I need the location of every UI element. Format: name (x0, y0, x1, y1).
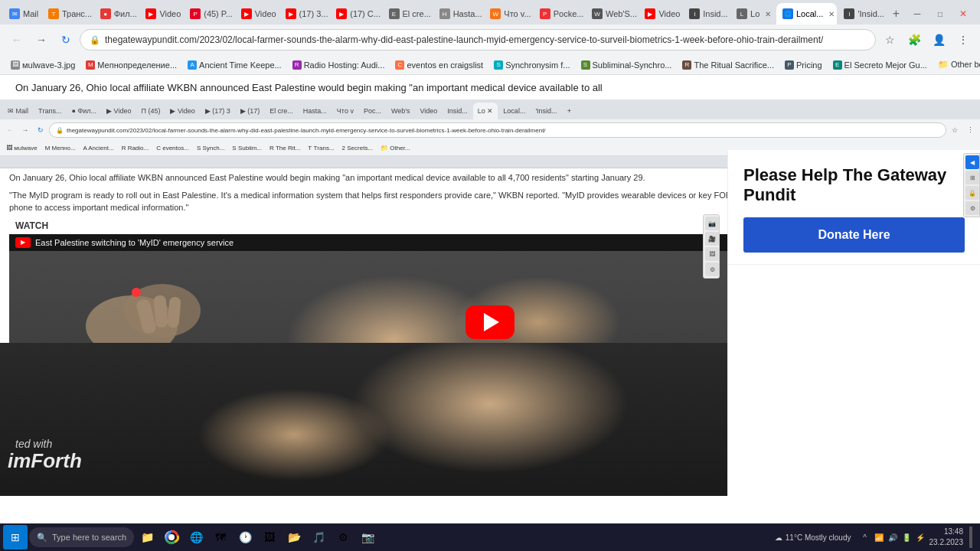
tab-yt2[interactable]: ▶ (17) 3... (279, 3, 330, 24)
bookmark-6[interactable]: S Subliminal-Synchro... (577, 59, 677, 71)
tray-battery[interactable]: 🔋 (900, 531, 913, 543)
inner-forward[interactable]: → (18, 123, 32, 137)
tab-poc[interactable]: P Pockе... (534, 3, 585, 24)
inner-bm5[interactable]: S Synch... (194, 144, 227, 152)
inner-tab-insid2[interactable]: 'Insid... (531, 103, 561, 119)
new-tab-button[interactable]: + (887, 3, 906, 24)
tab-active[interactable]: 🌐 Local... ✕ (776, 3, 838, 24)
bookmark-star-button[interactable]: ☆ (879, 29, 900, 51)
inner-tab-fil[interactable]: ● Фил... (67, 103, 102, 119)
bookmark-8[interactable]: P Pricing (780, 59, 827, 71)
tab-video2[interactable]: ▶ Video (639, 3, 682, 24)
forward-button[interactable]: → (31, 29, 52, 51)
close-button[interactable]: ✕ (952, 3, 974, 24)
bookmark-4[interactable]: C eventos en craigslist (390, 59, 488, 71)
widget-image-icon[interactable]: 🖼 (705, 247, 719, 261)
donate-button[interactable]: Donate Here (743, 217, 965, 253)
inner-menu[interactable]: ⋮ (963, 123, 977, 137)
maximize-button[interactable]: □ (929, 3, 951, 24)
inner-tab-v2[interactable]: ▶ Video (165, 103, 199, 119)
widget-settings-icon[interactable]: ⚙ (705, 262, 719, 276)
inner-tab-v3[interactable]: Video (415, 103, 442, 119)
play-button[interactable] (466, 305, 514, 339)
tab-yt1[interactable]: ▶ Video (235, 3, 279, 24)
outer-widget-2[interactable]: ⊞ (965, 171, 979, 184)
tab-yt3[interactable]: ▶ (17) C... (330, 3, 381, 24)
tray-chevron[interactable]: ^ (859, 531, 871, 543)
tab-insid2[interactable]: I 'Insid... (838, 3, 886, 24)
profile-button[interactable]: 👤 (928, 29, 949, 51)
taskbar-maps[interactable]: 🗺 (209, 525, 232, 549)
inner-bm10[interactable]: 📁 Other... (377, 144, 413, 152)
tab-mail[interactable]: ✉ Mail (3, 3, 41, 24)
bookmark-3[interactable]: R Radio Hosting: Audi... (288, 59, 390, 71)
inner-tab-insid[interactable]: Insid... (443, 103, 472, 119)
inner-address-bar[interactable]: 🔒 thegatewaypundit.com/2023/02/local-far… (49, 122, 946, 138)
inner-bm7[interactable]: R The Rit... (266, 144, 303, 152)
reload-button[interactable]: ↻ (55, 29, 77, 51)
taskbar-clock-app[interactable]: 🕐 (234, 525, 256, 549)
inner-bm0[interactable]: 🖼 мulwave (3, 144, 41, 152)
show-desktop[interactable] (969, 527, 972, 548)
bookmark-0[interactable]: 🖼 мulwave-3.jpg (6, 59, 80, 71)
taskbar-extra[interactable]: 📷 (356, 525, 379, 549)
inner-star[interactable]: ☆ (948, 123, 962, 137)
inner-bm9[interactable]: 2 Secrets... (339, 144, 376, 152)
inner-bm2[interactable]: A Ancient... (80, 144, 117, 152)
inner-reload[interactable]: ↻ (34, 123, 47, 137)
widget-video-icon[interactable]: 🎥 (705, 232, 719, 246)
taskbar-photos[interactable]: 🖼 (258, 525, 281, 549)
inner-tab-webs[interactable]: Web's (387, 103, 415, 119)
inner-tab-mail[interactable]: ✉ Mail (3, 103, 33, 119)
taskbar-files[interactable]: 📂 (283, 525, 305, 549)
tab-lo-close[interactable]: ✕ (763, 8, 773, 19)
inner-bm6[interactable]: S Sublim... (229, 144, 265, 152)
bookmark-2[interactable]: A Ancient Time Keepe... (183, 59, 286, 71)
minimize-button[interactable]: ─ (906, 3, 928, 24)
back-button[interactable]: ← (6, 29, 28, 51)
inner-tab-local[interactable]: Local... (498, 103, 530, 119)
tab-trans[interactable]: T Транс... (42, 3, 93, 24)
inner-tab-lo[interactable]: Lo ✕ (473, 103, 498, 119)
tray-wifi[interactable]: 📶 (873, 531, 885, 543)
tab-hast[interactable]: H Hasta... (433, 3, 484, 24)
bookmark-7[interactable]: R The Ritual Sacrifice... (678, 59, 779, 71)
bookmark-5[interactable]: S Synchronysim f... (489, 59, 574, 71)
taskbar-chrome[interactable] (160, 525, 183, 549)
tab-insid[interactable]: I Insid... (683, 3, 730, 24)
inner-tab-yt1[interactable]: ▶ (17) 3 (201, 103, 235, 119)
inner-tab-pin[interactable]: П (45) (136, 103, 165, 119)
outer-widget-3[interactable]: 🔒 (965, 186, 979, 200)
tab-video1[interactable]: ▶ Video (139, 3, 183, 24)
tray-charge[interactable]: ⚡ (914, 531, 926, 543)
taskbar-clock[interactable]: 13:48 23.2.2023 (929, 527, 964, 548)
tab-lo[interactable]: L Lo ✕ (730, 3, 776, 24)
inner-tab-elcr[interactable]: El cre... (265, 103, 298, 119)
tab-elcr[interactable]: E El cre... (383, 3, 433, 24)
extensions-button[interactable]: 🧩 (903, 29, 925, 51)
inner-bm1[interactable]: M Мепно... (42, 144, 79, 152)
inner-tab-yt2[interactable]: ▶ (17) (236, 103, 265, 119)
taskbar-search[interactable]: 🔍 Type here to search (29, 527, 134, 547)
taskbar-media[interactable]: 🎵 (307, 525, 330, 549)
other-bookmarks[interactable]: 📁 Other bookmarks (933, 58, 980, 71)
inner-bm8[interactable]: Т Тrans... (305, 144, 337, 152)
taskbar-file-explorer[interactable]: 📁 (136, 525, 158, 549)
bookmark-9[interactable]: E El Secreto Mejor Gu... (828, 59, 932, 71)
menu-button[interactable]: ⋮ (952, 29, 974, 51)
tab-webs[interactable]: W Web'S... (586, 3, 638, 24)
tray-volume[interactable]: 🔊 (887, 531, 899, 543)
widget-camera-icon[interactable]: 📷 (705, 217, 719, 230)
inner-tab-new-btn[interactable]: + (563, 103, 577, 119)
bookmark-1[interactable]: M Мепнопределение... (81, 59, 181, 71)
inner-tab-v1[interactable]: ▶ Video (102, 103, 136, 119)
inner-tab-hast[interactable]: Hasta... (299, 103, 332, 119)
inner-bm3[interactable]: R Radio... (119, 144, 152, 152)
tab-pin[interactable]: P (45) P... (184, 3, 234, 24)
outer-widget-1[interactable]: ◀ (965, 155, 979, 169)
outer-widget-4[interactable]: ⚙ (965, 201, 979, 215)
tab-fil[interactable]: ● Фил... (94, 3, 139, 24)
taskbar-edge[interactable]: 🌐 (185, 525, 207, 549)
inner-bm4[interactable]: C eventos... (153, 144, 192, 152)
inner-tab-trans[interactable]: Тrans... (34, 103, 67, 119)
